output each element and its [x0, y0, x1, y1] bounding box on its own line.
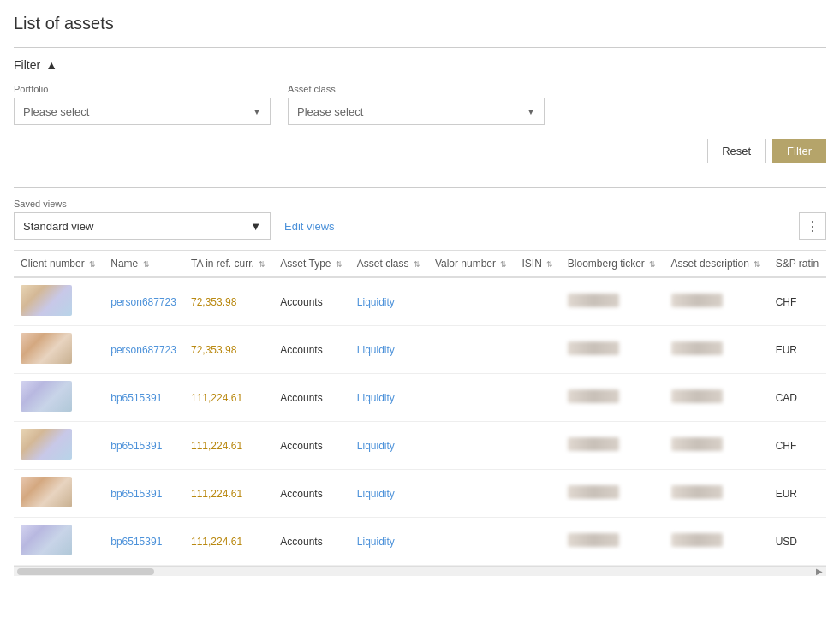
name-link[interactable]: bp6515391	[110, 392, 162, 404]
blurred-value	[568, 533, 619, 547]
cell-bloomberg-ticker	[561, 422, 664, 470]
col-isin[interactable]: ISIN ⇅	[515, 251, 561, 277]
cell-client-number	[14, 470, 104, 518]
name-link[interactable]: person687723	[110, 344, 176, 356]
cell-valor-number	[428, 374, 515, 422]
cell-asset-type: Accounts	[273, 326, 350, 374]
reset-button[interactable]: Reset	[707, 139, 766, 163]
asset-class-field: Asset class Please select ▼	[288, 84, 545, 125]
col-asset-type[interactable]: Asset Type ⇅	[273, 251, 350, 277]
table-row: bp6515391111,224.61AccountsLiquidityCAD	[14, 374, 826, 422]
col-ta-in-ref-curr[interactable]: TA in ref. curr. ⇅	[184, 251, 273, 277]
cell-client-number	[14, 518, 104, 566]
table-wrapper: Client number ⇅ Name ⇅ TA in ref. curr. …	[14, 251, 826, 566]
name-link[interactable]: person687723	[110, 296, 176, 308]
col-client-number[interactable]: Client number ⇅	[14, 251, 104, 277]
saved-views-current: Standard view	[23, 220, 93, 233]
col-valor-number-label: Valor number	[435, 258, 496, 270]
col-bloomberg-sort-icon: ⇅	[649, 260, 656, 269]
cell-asset-class: Liquidity	[350, 422, 428, 470]
table-row: person68772372,353.98AccountsLiquidityEU…	[14, 326, 826, 374]
col-asset-class[interactable]: Asset class ⇅	[350, 251, 428, 277]
table-header-row: Client number ⇅ Name ⇅ TA in ref. curr. …	[14, 251, 826, 277]
filter-toggle[interactable]: Filter ▲	[14, 58, 826, 72]
blurred-value	[568, 389, 619, 403]
cell-isin	[515, 470, 561, 518]
asset-class-placeholder: Please select	[297, 105, 363, 118]
portfolio-placeholder: Please select	[23, 105, 89, 118]
cell-valor-number	[428, 518, 515, 566]
cell-asset-class: Liquidity	[350, 277, 428, 326]
assets-table: Client number ⇅ Name ⇅ TA in ref. curr. …	[14, 251, 826, 566]
title-divider	[14, 47, 826, 48]
cell-ta-in-ref-curr: 111,224.61	[184, 470, 273, 518]
cell-asset-type: Accounts	[273, 422, 350, 470]
name-link[interactable]: bp6515391	[110, 488, 162, 500]
cell-asset-description	[664, 374, 769, 422]
col-ta-sort-icon: ⇅	[259, 260, 265, 269]
saved-views-select[interactable]: Standard view ▼	[14, 212, 271, 240]
col-name-label: Name	[110, 258, 138, 270]
cell-sp-rating: EUR	[769, 470, 826, 518]
cell-asset-type: Accounts	[273, 470, 350, 518]
horizontal-scrollbar[interactable]: ▶	[14, 566, 826, 576]
cell-bloomberg-ticker	[561, 326, 664, 374]
cell-asset-class: Liquidity	[350, 470, 428, 518]
saved-views-arrow-icon: ▼	[250, 220, 261, 233]
col-isin-label: ISIN	[522, 258, 542, 270]
avatar	[21, 381, 72, 412]
cell-sp-rating: CHF	[769, 422, 826, 470]
cell-asset-type: Accounts	[273, 374, 350, 422]
asset-class-arrow-icon: ▼	[527, 107, 535, 116]
cell-name[interactable]: bp6515391	[104, 518, 184, 566]
avatar	[21, 429, 72, 460]
blurred-value	[568, 437, 619, 451]
cell-ta-in-ref-curr: 72,353.98	[184, 277, 273, 326]
cell-valor-number	[428, 422, 515, 470]
col-asset-class-label: Asset class	[357, 258, 409, 270]
edit-views-link[interactable]: Edit views	[284, 220, 335, 233]
col-name[interactable]: Name ⇅	[104, 251, 184, 277]
cell-asset-class: Liquidity	[350, 326, 428, 374]
cell-name[interactable]: person687723	[104, 277, 184, 326]
cell-bloomberg-ticker	[561, 470, 664, 518]
cell-client-number	[14, 422, 104, 470]
col-bloomberg-ticker-label: Bloomberg ticker	[568, 258, 645, 270]
col-asset-description[interactable]: Asset description ⇅	[664, 251, 769, 277]
filter-controls: Portfolio Please select ▼ Asset class Pl…	[14, 84, 826, 125]
cell-isin	[515, 422, 561, 470]
cell-name[interactable]: bp6515391	[104, 374, 184, 422]
asset-class-select[interactable]: Please select ▼	[288, 98, 545, 125]
cell-name[interactable]: bp6515391	[104, 422, 184, 470]
col-sp-rating[interactable]: S&P ratin	[769, 251, 826, 277]
cell-name[interactable]: person687723	[104, 326, 184, 374]
avatar	[21, 477, 72, 507]
cell-asset-description	[664, 277, 769, 326]
avatar	[21, 285, 72, 316]
name-link[interactable]: bp6515391	[110, 536, 162, 548]
blurred-value	[671, 533, 723, 547]
filter-button[interactable]: Filter	[772, 139, 826, 163]
kebab-menu-button[interactable]: ⋮	[799, 212, 826, 240]
cell-client-number	[14, 277, 104, 326]
portfolio-select[interactable]: Please select ▼	[14, 98, 271, 125]
portfolio-label: Portfolio	[14, 84, 271, 94]
name-link[interactable]: bp6515391	[110, 440, 162, 452]
cell-asset-description	[664, 470, 769, 518]
cell-isin	[515, 374, 561, 422]
col-isin-sort-icon: ⇅	[546, 260, 553, 269]
col-valor-number[interactable]: Valor number ⇅	[428, 251, 515, 277]
cell-isin	[515, 326, 561, 374]
cell-name[interactable]: bp6515391	[104, 470, 184, 518]
cell-sp-rating: USD	[769, 518, 826, 566]
table-row: bp6515391111,224.61AccountsLiquidityEUR	[14, 470, 826, 518]
table-section: Client number ⇅ Name ⇅ TA in ref. curr. …	[14, 250, 826, 576]
cell-asset-class: Liquidity	[350, 374, 428, 422]
col-bloomberg-ticker[interactable]: Bloomberg ticker ⇅	[561, 251, 664, 277]
blurred-value	[671, 341, 723, 355]
filter-divider	[14, 187, 826, 188]
cell-client-number	[14, 326, 104, 374]
col-asset-description-label: Asset description	[671, 258, 749, 270]
blurred-value	[568, 294, 619, 307]
cell-bloomberg-ticker	[561, 518, 664, 566]
